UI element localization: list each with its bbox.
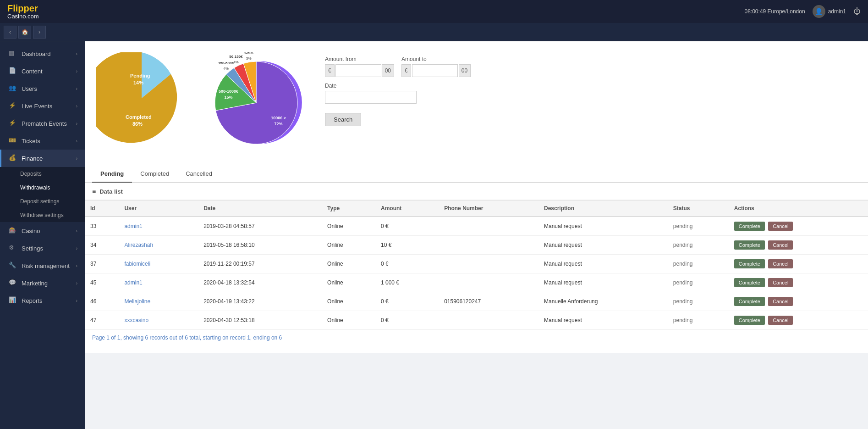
- user-link[interactable]: xxxcasino: [124, 317, 148, 323]
- sidebar-item-live-events[interactable]: ⚡ Live Events ›: [0, 97, 85, 115]
- complete-button[interactable]: Complete: [734, 240, 765, 250]
- sidebar-sub-deposits[interactable]: Deposits: [0, 167, 85, 181]
- admin-info: 👤 admin1: [813, 5, 846, 18]
- sidebar-item-settings[interactable]: ⚙ Settings ›: [0, 240, 85, 257]
- user-link[interactable]: Meliajoline: [124, 298, 150, 305]
- cell-description: Manual request: [538, 255, 668, 273]
- cancel-button[interactable]: Cancel: [768, 278, 793, 287]
- cancel-button[interactable]: Cancel: [768, 297, 793, 306]
- cell-date: 2020-04-19 13:43:22: [198, 292, 322, 311]
- users-arrow: ›: [76, 86, 77, 91]
- currency-prefix-to: €: [401, 64, 411, 77]
- main-layout: ▦ Dashboard › 📄 Content › 👥 Users › ⚡ Li…: [0, 41, 868, 429]
- casino-icon: 🎰: [9, 227, 17, 235]
- finance-arrow: ›: [76, 156, 77, 161]
- sidebar-item-content[interactable]: 📄 Content ›: [0, 62, 85, 80]
- amount-to-input[interactable]: [412, 64, 458, 77]
- sidebar-item-users[interactable]: 👥 Users ›: [0, 80, 85, 97]
- sidebar-item-marketing[interactable]: 💬 Marketing ›: [0, 274, 85, 292]
- sidebar-item-prematch[interactable]: ⚡ Prematch Events ›: [0, 115, 85, 132]
- tabs: Pending Completed Cancelled: [85, 166, 868, 183]
- cell-amount: 1 000 €: [375, 273, 439, 292]
- cancel-button[interactable]: Cancel: [768, 240, 793, 250]
- date-input[interactable]: [325, 91, 417, 104]
- cell-status: pending: [668, 273, 729, 292]
- complete-button[interactable]: Complete: [734, 297, 765, 306]
- sidebar-item-risk[interactable]: 🔧 Risk management ›: [0, 257, 85, 274]
- user-link[interactable]: admin1: [124, 223, 142, 229]
- table-row: 34 Alirezashah 2019-05-18 16:58:10 Onlin…: [85, 236, 868, 255]
- cell-status: pending: [668, 311, 729, 330]
- nav-forward-button[interactable]: ›: [33, 26, 46, 39]
- complete-button[interactable]: Complete: [734, 259, 765, 268]
- logout-icon[interactable]: ⏻: [853, 7, 861, 16]
- cell-user: admin1: [119, 273, 198, 292]
- cell-description: Manual request: [538, 311, 668, 330]
- cell-actions: Complete Cancel: [729, 311, 868, 330]
- content-area: Pending 14% Completed 86%: [85, 41, 868, 429]
- amount-from-label: Amount from: [325, 56, 394, 62]
- logo: Flipper Casino.com: [7, 3, 39, 20]
- cell-date: 2020-04-30 12:53:18: [198, 311, 322, 330]
- col-actions: Actions: [729, 201, 868, 217]
- sidebar-sub-deposit-settings[interactable]: Deposit settings: [0, 195, 85, 208]
- user-link[interactable]: fabiomiceli: [124, 261, 150, 267]
- reports-arrow: ›: [76, 298, 77, 303]
- amount-from-input[interactable]: [335, 64, 381, 77]
- charts-panel: Pending 14% Completed 86%: [85, 41, 868, 166]
- cancel-button[interactable]: Cancel: [768, 259, 793, 268]
- tab-cancelled[interactable]: Cancelled: [177, 166, 220, 183]
- cell-user: fabiomiceli: [119, 255, 198, 273]
- complete-button[interactable]: Complete: [734, 316, 765, 325]
- data-list-title: Data list: [99, 188, 123, 195]
- cell-type: Online: [322, 255, 375, 273]
- svg-text:4%: 4%: [233, 60, 239, 64]
- sidebar-item-casino[interactable]: 🎰 Casino ›: [0, 222, 85, 240]
- sidebar-sub-withdrawals[interactable]: Withdrawals: [0, 181, 85, 195]
- cell-status: pending: [668, 255, 729, 273]
- settings-arrow: ›: [76, 246, 77, 251]
- sidebar-sub-withdraw-settings[interactable]: Withdraw settings: [0, 208, 85, 222]
- live-icon: ⚡: [9, 102, 17, 110]
- tab-pending[interactable]: Pending: [92, 166, 132, 183]
- sidebar-item-tickets[interactable]: 🎫 Tickets ›: [0, 132, 85, 150]
- user-link[interactable]: Alirezashah: [124, 242, 153, 248]
- table-head: Id User Date Type Amount Phone Number De…: [85, 201, 868, 217]
- topbar-right: 08:00:49 Europe/London 👤 admin1 ⏻: [745, 5, 861, 18]
- amount-from-suffix: 00: [382, 64, 394, 77]
- sidebar-label-dashboard: Dashboard: [22, 50, 51, 57]
- cell-actions: Complete Cancel: [729, 273, 868, 292]
- complete-button[interactable]: Complete: [734, 222, 765, 231]
- search-button[interactable]: Search: [325, 113, 361, 126]
- list-icon: ≡: [92, 188, 96, 195]
- complete-button[interactable]: Complete: [734, 278, 765, 287]
- currency-prefix-from: €: [325, 64, 335, 77]
- content-icon: 📄: [9, 67, 17, 75]
- table-header-row: Id User Date Type Amount Phone Number De…: [85, 201, 868, 217]
- cell-type: Online: [322, 236, 375, 255]
- sidebar-item-reports[interactable]: 📊 Reports ›: [0, 292, 85, 309]
- amount-to-suffix: 00: [459, 64, 471, 77]
- sidebar-item-dashboard[interactable]: ▦ Dashboard ›: [0, 45, 85, 62]
- cell-phone: [439, 311, 538, 330]
- cell-id: 45: [85, 273, 119, 292]
- cell-status: pending: [668, 217, 729, 236]
- cell-amount: 0 €: [375, 255, 439, 273]
- table-body: 33 admin1 2019-03-28 04:58:57 Online 0 €…: [85, 217, 868, 330]
- cancel-button[interactable]: Cancel: [768, 222, 793, 231]
- svg-text:Completed: Completed: [126, 114, 152, 120]
- finance-icon: 💰: [9, 154, 17, 162]
- data-list-header: ≡ Data list: [85, 183, 868, 200]
- sidebar-label-live: Live Events: [22, 103, 52, 110]
- filter-panel: Amount from € 00 Amount to € 00: [325, 52, 857, 130]
- nav-home-button[interactable]: 🏠: [18, 26, 31, 39]
- svg-text:5%: 5%: [246, 56, 252, 61]
- svg-text:Pending: Pending: [130, 73, 150, 78]
- sidebar-label-tickets: Tickets: [22, 138, 40, 145]
- user-link[interactable]: admin1: [124, 279, 142, 286]
- data-table: Id User Date Type Amount Phone Number De…: [85, 200, 868, 330]
- nav-back-button[interactable]: ‹: [4, 26, 16, 39]
- cancel-button[interactable]: Cancel: [768, 316, 793, 325]
- sidebar-item-finance[interactable]: 💰 Finance ›: [0, 150, 85, 167]
- tab-completed[interactable]: Completed: [132, 166, 177, 183]
